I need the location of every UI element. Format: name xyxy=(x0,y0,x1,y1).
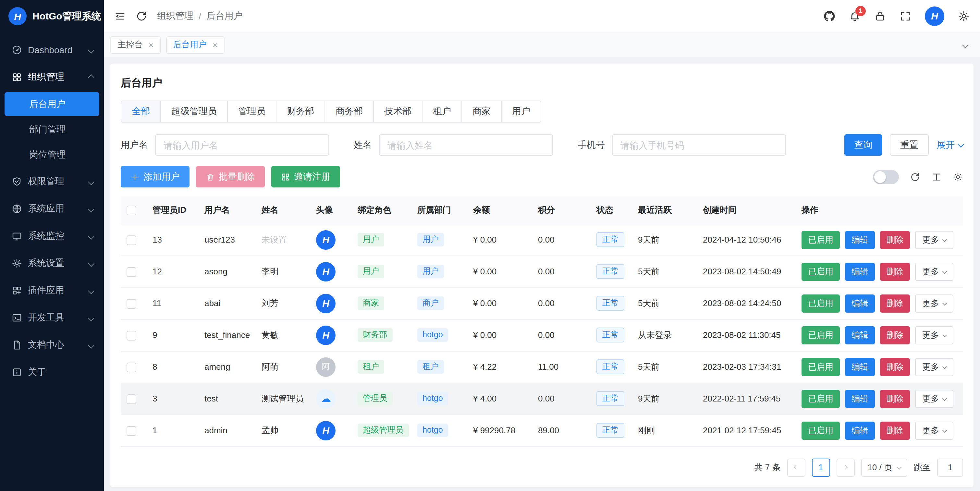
role-tab-0[interactable]: 全部 xyxy=(121,100,161,122)
close-icon[interactable]: × xyxy=(213,41,217,49)
enabled-button[interactable]: 已启用 xyxy=(802,421,840,439)
table-settings xyxy=(873,170,963,184)
sidebar-subitem-backend-users[interactable]: 后台用户 xyxy=(5,92,99,116)
edit-button[interactable]: 编辑 xyxy=(845,358,875,376)
delete-button[interactable]: 删除 xyxy=(880,421,910,439)
breadcrumb-item[interactable]: 组织管理 xyxy=(157,10,193,22)
refresh-page-icon[interactable] xyxy=(136,10,147,22)
row-checkbox[interactable] xyxy=(127,394,136,404)
row-checkbox[interactable] xyxy=(127,426,136,435)
sidebar-item-about[interactable]: 关于 xyxy=(0,359,104,386)
sidebar-subitem-departments[interactable]: 部门管理 xyxy=(5,118,99,141)
cell-last-active: 9天前 xyxy=(632,224,697,256)
page-number-button[interactable]: 1 xyxy=(811,458,830,477)
search-button[interactable]: 查询 xyxy=(844,134,882,156)
more-button[interactable]: 更多 xyxy=(915,294,953,312)
phone-input[interactable] xyxy=(612,134,786,156)
sidebar-item-dashboard[interactable]: Dashboard xyxy=(0,37,104,64)
notification-bell[interactable]: 1 xyxy=(849,10,861,22)
sidebar-subitem-positions[interactable]: 岗位管理 xyxy=(5,143,99,167)
page-size-select[interactable]: 10 / 页 xyxy=(861,458,907,477)
tab-list-dropdown[interactable] xyxy=(957,37,974,53)
reset-button[interactable]: 重置 xyxy=(890,134,929,156)
role-tab-2[interactable]: 管理员 xyxy=(227,100,277,122)
row-checkbox[interactable] xyxy=(127,331,136,340)
enabled-button[interactable]: 已启用 xyxy=(802,294,840,312)
close-icon[interactable]: × xyxy=(149,41,153,49)
app-logo[interactable]: H HotGo管理系统 xyxy=(0,0,104,32)
delete-button[interactable]: 删除 xyxy=(880,389,910,408)
row-checkbox[interactable] xyxy=(127,299,136,308)
density-icon[interactable] xyxy=(931,172,942,182)
lock-screen-icon[interactable] xyxy=(874,10,886,22)
more-button[interactable]: 更多 xyxy=(915,262,953,281)
monitor-icon xyxy=(12,231,22,241)
more-button[interactable]: 更多 xyxy=(915,230,953,249)
row-checkbox[interactable] xyxy=(127,362,136,372)
enabled-button[interactable]: 已启用 xyxy=(802,262,840,281)
sidebar-item-permission[interactable]: 权限管理 xyxy=(0,168,104,195)
cell-name: 黄敏 xyxy=(256,319,310,351)
prev-page-button[interactable] xyxy=(787,458,805,477)
sidebar-item-system-setting[interactable]: 系统设置 xyxy=(0,250,104,277)
user-avatar[interactable]: H xyxy=(925,6,944,25)
refresh-table-icon[interactable] xyxy=(910,172,920,182)
breadcrumb: 组织管理 / 后台用户 xyxy=(157,10,243,22)
edit-button[interactable]: 编辑 xyxy=(845,421,875,439)
username-input[interactable] xyxy=(155,134,329,156)
tag: 正常 xyxy=(597,232,624,247)
enabled-button[interactable]: 已启用 xyxy=(802,326,840,344)
jump-input[interactable] xyxy=(937,458,963,477)
batch-delete-button[interactable]: 批量删除 xyxy=(196,166,265,188)
invite-register-button[interactable]: 邀请注册 xyxy=(271,166,340,188)
next-page-button[interactable] xyxy=(836,458,854,477)
delete-button[interactable]: 删除 xyxy=(880,326,910,344)
delete-button[interactable]: 删除 xyxy=(880,358,910,376)
more-button[interactable]: 更多 xyxy=(915,326,953,344)
more-button[interactable]: 更多 xyxy=(915,421,953,439)
fullscreen-icon[interactable] xyxy=(899,10,911,22)
enabled-button[interactable]: 已启用 xyxy=(802,230,840,249)
edit-button[interactable]: 编辑 xyxy=(845,326,875,344)
edit-button[interactable]: 编辑 xyxy=(845,389,875,408)
tab-chip-1[interactable]: 后台用户× xyxy=(166,36,224,54)
enabled-button[interactable]: 已启用 xyxy=(802,389,840,408)
column-header: 积分 xyxy=(532,197,590,224)
edit-button[interactable]: 编辑 xyxy=(845,294,875,312)
more-button[interactable]: 更多 xyxy=(915,389,953,408)
more-button[interactable]: 更多 xyxy=(915,358,953,376)
striped-toggle[interactable] xyxy=(873,170,899,184)
role-tab-7[interactable]: 商家 xyxy=(461,100,502,122)
add-user-button[interactable]: 添加用户 xyxy=(121,166,189,188)
enabled-button[interactable]: 已启用 xyxy=(802,358,840,376)
sidebar-item-system-monitor[interactable]: 系统监控 xyxy=(0,222,104,250)
sidebar-item-organization[interactable]: 组织管理 xyxy=(0,64,104,91)
delete-button[interactable]: 删除 xyxy=(880,262,910,281)
role-tab-4[interactable]: 商务部 xyxy=(325,100,374,122)
sidebar-item-system-app[interactable]: 系统应用 xyxy=(0,195,104,222)
role-tab-8[interactable]: 用户 xyxy=(501,100,541,122)
role-tab-5[interactable]: 技术部 xyxy=(373,100,423,122)
menu-collapse-icon[interactable] xyxy=(114,10,126,22)
delete-button[interactable]: 删除 xyxy=(880,294,910,312)
expand-toggle[interactable]: 展开 xyxy=(937,139,963,151)
tab-chip-0[interactable]: 主控台× xyxy=(110,36,161,54)
sidebar-item-dev-tools[interactable]: 开发工具 xyxy=(0,304,104,331)
sidebar-item-docs[interactable]: 文档中心 xyxy=(0,331,104,359)
select-all-checkbox[interactable] xyxy=(127,206,136,215)
role-tab-6[interactable]: 租户 xyxy=(422,100,462,122)
edit-button[interactable]: 编辑 xyxy=(845,262,875,281)
edit-button[interactable]: 编辑 xyxy=(845,230,875,249)
invite-label: 邀请注册 xyxy=(294,171,330,183)
role-tab-3[interactable]: 财务部 xyxy=(276,100,325,122)
delete-button[interactable]: 删除 xyxy=(880,230,910,249)
name-input[interactable] xyxy=(379,134,553,156)
github-icon[interactable] xyxy=(824,10,835,22)
row-checkbox[interactable] xyxy=(127,267,136,276)
role-tab-1[interactable]: 超级管理员 xyxy=(160,100,228,122)
settings-gear-icon[interactable] xyxy=(958,10,970,22)
sidebar-item-plugins[interactable]: 插件应用 xyxy=(0,277,104,304)
row-checkbox[interactable] xyxy=(127,235,136,245)
column-setting-gear-icon[interactable] xyxy=(953,172,963,182)
cell-points: 11.00 xyxy=(532,351,590,383)
